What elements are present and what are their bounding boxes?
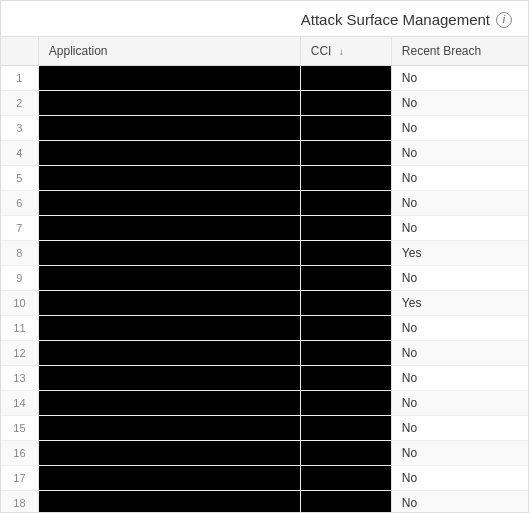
cell-cci bbox=[300, 391, 391, 416]
panel-header: Attack Surface Management i bbox=[1, 1, 528, 37]
table-row: 11No bbox=[1, 316, 528, 341]
cell-cci bbox=[300, 241, 391, 266]
cell-application bbox=[38, 241, 300, 266]
cell-application bbox=[38, 366, 300, 391]
row-number: 14 bbox=[1, 391, 38, 416]
table-row: 8Yes bbox=[1, 241, 528, 266]
row-number: 3 bbox=[1, 116, 38, 141]
row-number: 1 bbox=[1, 66, 38, 91]
cell-application bbox=[38, 191, 300, 216]
attack-surface-management-panel: Attack Surface Management i Application … bbox=[0, 0, 529, 513]
cell-application bbox=[38, 466, 300, 491]
cell-cci bbox=[300, 191, 391, 216]
cell-cci bbox=[300, 316, 391, 341]
cell-recent-breach: No bbox=[391, 341, 528, 366]
cell-cci bbox=[300, 416, 391, 441]
cell-recent-breach: No bbox=[391, 116, 528, 141]
cell-cci bbox=[300, 491, 391, 513]
cell-application bbox=[38, 291, 300, 316]
cell-application bbox=[38, 416, 300, 441]
cell-cci bbox=[300, 341, 391, 366]
cell-recent-breach: No bbox=[391, 441, 528, 466]
row-number: 2 bbox=[1, 91, 38, 116]
cell-cci bbox=[300, 66, 391, 91]
row-number: 9 bbox=[1, 266, 38, 291]
table-row: 5No bbox=[1, 166, 528, 191]
cell-application bbox=[38, 91, 300, 116]
row-number: 13 bbox=[1, 366, 38, 391]
table-row: 3No bbox=[1, 116, 528, 141]
table-row: 13No bbox=[1, 366, 528, 391]
table-row: 12No bbox=[1, 341, 528, 366]
row-number: 7 bbox=[1, 216, 38, 241]
row-number: 8 bbox=[1, 241, 38, 266]
row-number: 12 bbox=[1, 341, 38, 366]
cell-cci bbox=[300, 141, 391, 166]
row-number: 18 bbox=[1, 491, 38, 513]
row-number: 17 bbox=[1, 466, 38, 491]
cell-application bbox=[38, 491, 300, 513]
cell-recent-breach: No bbox=[391, 266, 528, 291]
col-header-cci[interactable]: CCI ↓ bbox=[300, 37, 391, 66]
cell-cci bbox=[300, 116, 391, 141]
cell-recent-breach: No bbox=[391, 466, 528, 491]
cell-recent-breach: No bbox=[391, 216, 528, 241]
cell-application bbox=[38, 116, 300, 141]
cell-application bbox=[38, 341, 300, 366]
table-row: 15No bbox=[1, 416, 528, 441]
cell-cci bbox=[300, 466, 391, 491]
cell-recent-breach: Yes bbox=[391, 241, 528, 266]
cell-cci bbox=[300, 366, 391, 391]
cell-application bbox=[38, 441, 300, 466]
cell-recent-breach: No bbox=[391, 166, 528, 191]
col-header-recent-breach[interactable]: Recent Breach bbox=[391, 37, 528, 66]
table-row: 16No bbox=[1, 441, 528, 466]
cell-application bbox=[38, 141, 300, 166]
panel-title: Attack Surface Management bbox=[301, 11, 490, 28]
cell-application bbox=[38, 316, 300, 341]
cell-cci bbox=[300, 266, 391, 291]
cell-cci bbox=[300, 291, 391, 316]
row-number: 6 bbox=[1, 191, 38, 216]
cell-recent-breach: No bbox=[391, 66, 528, 91]
cell-recent-breach: No bbox=[391, 391, 528, 416]
cell-application bbox=[38, 266, 300, 291]
table-body: 1No2No3No4No5No6No7No8Yes9No10Yes11No12N… bbox=[1, 66, 528, 513]
col-header-application[interactable]: Application bbox=[38, 37, 300, 66]
table-header-row: Application CCI ↓ Recent Breach bbox=[1, 37, 528, 66]
cell-recent-breach: No bbox=[391, 191, 528, 216]
table-row: 2No bbox=[1, 91, 528, 116]
table-row: 4No bbox=[1, 141, 528, 166]
table-row: 9No bbox=[1, 266, 528, 291]
info-icon[interactable]: i bbox=[496, 12, 512, 28]
table-row: 17No bbox=[1, 466, 528, 491]
table-row: 18No bbox=[1, 491, 528, 513]
row-number: 5 bbox=[1, 166, 38, 191]
cell-recent-breach: No bbox=[391, 491, 528, 513]
table-row: 6No bbox=[1, 191, 528, 216]
cell-cci bbox=[300, 441, 391, 466]
col-header-rownum bbox=[1, 37, 38, 66]
row-number: 11 bbox=[1, 316, 38, 341]
sort-icon: ↓ bbox=[339, 46, 344, 57]
cell-cci bbox=[300, 216, 391, 241]
table-row: 10Yes bbox=[1, 291, 528, 316]
table-wrapper: Application CCI ↓ Recent Breach 1No2No3N… bbox=[1, 37, 528, 512]
cell-recent-breach: No bbox=[391, 366, 528, 391]
table-row: 1No bbox=[1, 66, 528, 91]
table-row: 7No bbox=[1, 216, 528, 241]
row-number: 10 bbox=[1, 291, 38, 316]
cell-application bbox=[38, 391, 300, 416]
cell-recent-breach: No bbox=[391, 416, 528, 441]
table-row: 14No bbox=[1, 391, 528, 416]
cell-cci bbox=[300, 166, 391, 191]
cell-application bbox=[38, 66, 300, 91]
row-number: 15 bbox=[1, 416, 38, 441]
cell-recent-breach: Yes bbox=[391, 291, 528, 316]
cell-recent-breach: No bbox=[391, 141, 528, 166]
cell-cci bbox=[300, 91, 391, 116]
row-number: 4 bbox=[1, 141, 38, 166]
data-table: Application CCI ↓ Recent Breach 1No2No3N… bbox=[1, 37, 528, 512]
cell-recent-breach: No bbox=[391, 91, 528, 116]
cell-application bbox=[38, 216, 300, 241]
